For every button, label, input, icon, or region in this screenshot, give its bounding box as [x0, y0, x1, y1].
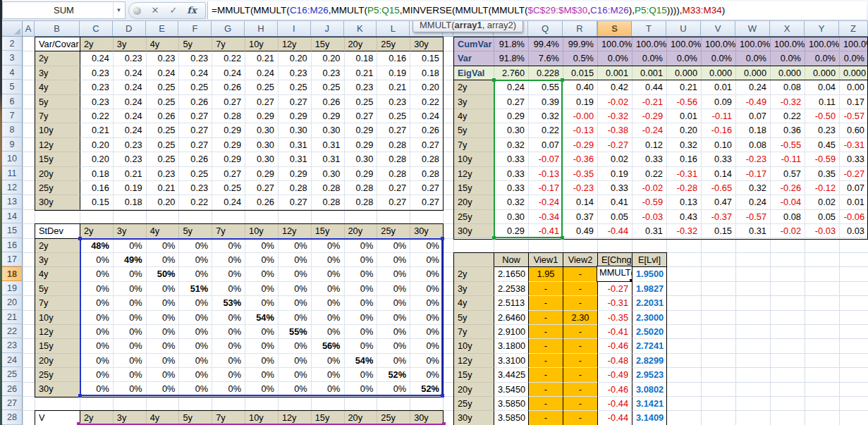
cell[interactable]: 0.30 — [494, 210, 529, 224]
cell[interactable]: 0.16 — [80, 181, 114, 195]
v-col-header[interactable]: 30y — [410, 411, 444, 425]
cell[interactable]: 0.25 — [212, 181, 245, 195]
cell[interactable]: 0.23 — [279, 66, 312, 80]
cell[interactable]: 2.1650 — [494, 267, 529, 281]
column-header-C[interactable]: C — [80, 21, 113, 36]
cell[interactable]: 3.5850 — [494, 397, 529, 411]
cell[interactable]: 0.08 — [771, 210, 805, 224]
row-header-13[interactable]: 13 — [2, 195, 23, 209]
cell[interactable]: -0.65 — [702, 181, 736, 195]
cell[interactable]: 0.27 — [279, 195, 312, 209]
cell[interactable]: 100.0% — [840, 37, 868, 51]
cell[interactable]: 0.29 — [212, 138, 245, 152]
cell[interactable]: -0.44 — [598, 397, 632, 411]
cell[interactable]: 1.9500 — [632, 267, 667, 281]
cell[interactable]: 2.6460 — [494, 311, 529, 325]
cell[interactable]: 0% — [80, 354, 114, 368]
cell[interactable]: 0% — [312, 296, 345, 310]
cell[interactable]: 0.14 — [563, 195, 598, 209]
cell[interactable]: 0% — [312, 325, 345, 339]
cell[interactable]: 0.29 — [312, 109, 345, 123]
cell[interactable]: - — [563, 296, 598, 310]
cell[interactable]: 0.24 — [736, 195, 771, 209]
cell[interactable]: 0.23 — [179, 181, 212, 195]
cell[interactable]: 0% — [80, 296, 114, 310]
cell[interactable]: -0.50 — [805, 109, 840, 123]
cell[interactable]: 0% — [147, 239, 180, 253]
v-col-header[interactable]: 2y — [80, 411, 114, 425]
cell[interactable]: 0.001 — [598, 66, 632, 80]
cell[interactable]: 0.14 — [702, 167, 736, 181]
views-col-header[interactable]: View1 — [529, 253, 563, 267]
row-header-4[interactable]: 4 — [2, 66, 23, 80]
cell[interactable]: 0.21 — [147, 181, 180, 195]
cell[interactable]: -0.16 — [702, 123, 736, 137]
column-header-V[interactable]: V — [701, 21, 735, 36]
cell[interactable]: 0.23 — [312, 66, 345, 80]
column-header-E[interactable]: E — [146, 21, 179, 36]
cell[interactable]: 0.24 — [736, 80, 771, 94]
cell[interactable]: -0.02 — [771, 224, 805, 238]
eigvec-row-label[interactable]: 2y — [454, 80, 494, 94]
cell[interactable]: 0.03 — [840, 224, 868, 238]
column-header-H[interactable]: H — [245, 21, 278, 36]
column-header-G[interactable]: G — [212, 21, 245, 36]
cell[interactable]: 49% — [114, 253, 147, 267]
cell[interactable]: 0.27 — [345, 109, 378, 123]
cell[interactable]: 0.21 — [377, 80, 410, 94]
cell[interactable]: 0% — [245, 354, 279, 368]
views-row-label[interactable]: 30y — [454, 411, 494, 425]
cell[interactable]: 0.29 — [345, 138, 378, 152]
row-header-9[interactable]: 9 — [2, 137, 23, 152]
cell[interactable]: 0.33 — [702, 152, 736, 166]
cell[interactable]: 0.28 — [312, 181, 345, 195]
cell[interactable]: 0.25 — [377, 109, 410, 123]
row-header-6[interactable]: 6 — [2, 94, 23, 109]
var-covar-row-label[interactable]: 12y — [35, 138, 80, 152]
cell[interactable]: 0.08 — [771, 80, 805, 94]
cell[interactable]: 52% — [410, 382, 444, 396]
v-title[interactable]: V — [35, 411, 80, 425]
cell[interactable]: 0% — [345, 239, 378, 253]
cell[interactable]: 0% — [279, 354, 312, 368]
cell[interactable]: 0% — [312, 282, 345, 296]
cell[interactable]: 0.25 — [147, 152, 180, 166]
cell[interactable]: -0.02 — [598, 95, 632, 109]
cell[interactable]: 0.16 — [667, 152, 702, 166]
cell[interactable]: 0.32 — [494, 195, 529, 209]
stdev-row-label[interactable]: 30y — [35, 382, 80, 396]
stdev-row-label[interactable]: 12y — [35, 325, 80, 339]
cell[interactable]: 0% — [279, 282, 312, 296]
cell[interactable]: 53% — [212, 296, 245, 310]
cell[interactable]: 0% — [114, 325, 147, 339]
cell[interactable]: 0% — [114, 282, 147, 296]
cell[interactable]: 0.015 — [563, 66, 598, 80]
cell[interactable]: 0% — [312, 239, 345, 253]
cell[interactable]: 0% — [80, 253, 114, 267]
var-covar-row-label[interactable]: 15y — [35, 152, 80, 166]
row-header-21[interactable]: 21 — [2, 310, 23, 324]
cell[interactable]: - — [529, 383, 563, 397]
cell[interactable]: 0% — [345, 267, 378, 281]
stdev-title[interactable]: StDev — [35, 224, 80, 238]
cancel-icon[interactable]: ✕ — [146, 3, 164, 18]
cell[interactable]: 0% — [279, 311, 312, 325]
cell[interactable]: 0.29 — [345, 167, 378, 181]
stdev-row-label[interactable]: 5y — [35, 282, 80, 296]
cell[interactable]: 0.21 — [667, 80, 702, 94]
views-row-label[interactable]: 4y — [454, 296, 494, 310]
cell[interactable]: -0.17 — [736, 167, 771, 181]
eigvec-row-label[interactable]: 5y — [454, 123, 494, 137]
cell[interactable]: 0.24 — [212, 66, 245, 80]
cell[interactable]: 0% — [377, 339, 410, 353]
cell[interactable]: 0% — [345, 368, 378, 382]
cell[interactable]: -0.24 — [632, 123, 667, 137]
cell[interactable]: 0.25 — [179, 167, 212, 181]
cell[interactable]: 0% — [279, 267, 312, 281]
cell[interactable]: 0.27 — [494, 95, 529, 109]
active-cell-editor[interactable]: MMULT($C — [597, 266, 632, 281]
cell[interactable]: 0% — [179, 311, 212, 325]
name-box-dropdown-icon[interactable]: ▼ — [113, 1, 124, 19]
cell[interactable]: 0.0% — [840, 51, 868, 66]
cell[interactable]: 0.33 — [632, 152, 667, 166]
